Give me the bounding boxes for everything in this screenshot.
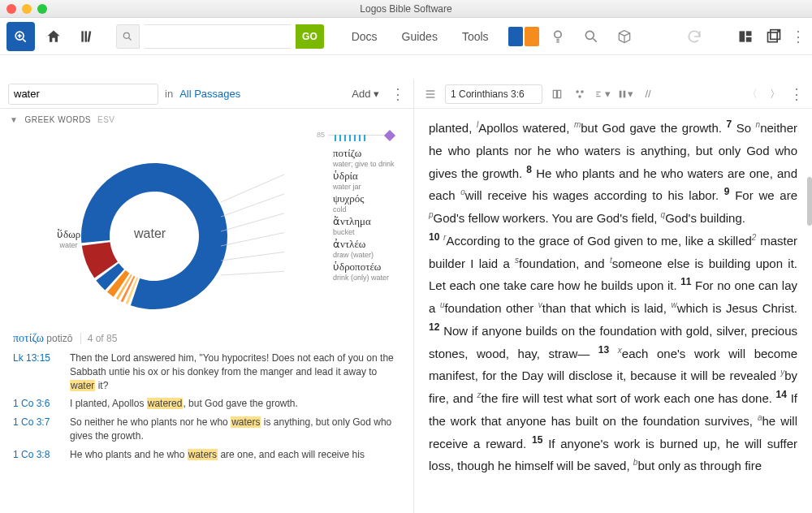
svg-rect-6	[88, 31, 92, 42]
chart-label-antlema[interactable]: ἄντλημα bucket	[333, 215, 371, 236]
tools-link[interactable]: Tools	[452, 30, 499, 43]
scripture-text[interactable]: planted, lApollos watered, mbut God gave…	[414, 109, 812, 513]
resource-toolbar: 1 Corinthians 3:6 ▾ ▾ // 〈 〉 ⋮	[414, 80, 812, 109]
svg-point-39	[576, 90, 579, 93]
verse-text: He who plants and he who waters are one,…	[70, 448, 400, 462]
visual-filter-icon[interactable]	[572, 86, 588, 102]
right-pane: English Standard Version × + 1 Corinthia…	[414, 80, 812, 513]
docs-link[interactable]: Docs	[342, 30, 387, 43]
concordance-row[interactable]: 1 Co 3:7So neither he who plants nor he …	[13, 416, 400, 443]
lightbulb-icon[interactable]	[544, 22, 572, 51]
svg-rect-19	[746, 31, 752, 36]
notification-badge-icon[interactable]	[525, 27, 539, 46]
panels-icon[interactable]	[762, 24, 786, 49]
filter-row: in All Passages Add ▾ ⋮	[0, 80, 413, 109]
resource-menu-icon[interactable]: ⋮	[789, 85, 804, 103]
concordance-row[interactable]: Lk 13:15Then the Lord answered him, "You…	[13, 351, 400, 392]
svg-rect-18	[740, 31, 745, 41]
verse-text: I planted, Apollos watered, but God gave…	[70, 397, 400, 411]
slider-thumb-icon[interactable]	[384, 129, 395, 140]
scrollbar-thumb[interactable]	[807, 177, 812, 226]
verse-ref[interactable]: 1 Co 3:8	[13, 448, 62, 462]
svg-rect-20	[746, 37, 752, 41]
slash-icon[interactable]: //	[640, 86, 656, 102]
word-input[interactable]	[8, 84, 158, 105]
section-title: GREEK WORDS	[24, 115, 91, 124]
main-toolbar: GO Docs Guides Tools ⋮	[0, 18, 812, 55]
svg-rect-21	[768, 32, 778, 42]
left-pane: Bible Word Study | water × + in All Pass…	[0, 80, 414, 513]
cube-icon[interactable]	[611, 22, 639, 51]
store-badge-icon[interactable]	[508, 27, 523, 46]
workspace: Bible Word Study | water × + in All Pass…	[0, 80, 812, 513]
result-count: 4 of 85	[80, 333, 118, 344]
chart-label-hydria[interactable]: ὑδρία water jar	[333, 170, 361, 191]
svg-line-16	[624, 32, 630, 35]
headword-greek[interactable]: ποτίζω	[13, 332, 44, 344]
verse-text: So neither he who plants nor he who wate…	[70, 416, 400, 443]
svg-line-28	[221, 178, 284, 217]
search-toolbar-icon[interactable]	[577, 22, 606, 51]
chart-label-psychros[interactable]: ψυχρός cold	[333, 192, 364, 213]
search-icon[interactable]	[116, 24, 140, 49]
donut-chart[interactable]: 85 water ὕδωρ water πο	[8, 131, 405, 325]
section-header[interactable]: ▼ GREEK WORDS ESV	[0, 109, 413, 131]
chart-center-label: water	[134, 226, 166, 241]
verse-ref[interactable]: 1 Co 3:6	[13, 397, 62, 411]
zoom-window-icon[interactable]	[37, 4, 47, 14]
collapse-caret-icon[interactable]: ▼	[10, 115, 18, 124]
home-icon[interactable]	[40, 22, 68, 51]
svg-point-9	[555, 31, 561, 37]
sync-icon[interactable]	[680, 22, 708, 51]
nav-back-icon[interactable]: 〈	[744, 86, 760, 102]
reference-input[interactable]: 1 Corinthians 3:6	[445, 84, 542, 104]
svg-line-15	[619, 32, 624, 35]
svg-line-32	[221, 269, 284, 275]
window-title: Logos Bible Software	[0, 3, 812, 15]
verse-text: Then the Lord answered him, "You hypocri…	[70, 351, 400, 392]
svg-point-7	[124, 32, 130, 38]
command-search-input[interactable]	[145, 24, 291, 49]
headword-translit: potizō	[46, 333, 72, 344]
parallel-icon[interactable]	[549, 86, 565, 102]
svg-rect-5	[85, 31, 88, 41]
svg-line-1	[24, 39, 26, 41]
chart-label-hydor[interactable]: ὕδωρ water	[57, 228, 80, 249]
svg-rect-38	[558, 90, 561, 97]
frequency-slider[interactable]: 85	[317, 131, 390, 139]
scope-link[interactable]: All Passages	[179, 88, 240, 100]
concordance-row[interactable]: 1 Co 3:6I planted, Apollos watered, but …	[13, 397, 400, 411]
interlinear-icon[interactable]: ▾	[594, 86, 611, 102]
nav-forward-icon[interactable]: 〉	[767, 86, 783, 102]
svg-line-31	[221, 246, 284, 261]
minimize-window-icon[interactable]	[22, 4, 32, 14]
svg-point-41	[578, 95, 581, 98]
in-label: in	[165, 88, 173, 100]
pane-menu-icon[interactable]: ⋮	[391, 85, 405, 103]
chart-label-potizo[interactable]: ποτίζω water; give to drink	[333, 147, 395, 168]
svg-point-12	[585, 31, 594, 39]
verse-ref[interactable]: Lk 13:15	[13, 351, 62, 392]
guides-link[interactable]: Guides	[392, 30, 447, 43]
columns-icon[interactable]: ▾	[617, 86, 633, 102]
concordance-row[interactable]: 1 Co 3:8He who plants and he who waters …	[13, 448, 400, 462]
go-button[interactable]: GO	[296, 24, 324, 49]
concordance-header: ποτίζω potizō 4 of 85	[13, 332, 400, 345]
close-window-icon[interactable]	[6, 4, 16, 14]
add-menu[interactable]: Add ▾	[352, 88, 379, 100]
mac-titlebar: Logos Bible Software	[0, 0, 812, 18]
svg-rect-45	[620, 90, 622, 97]
chart-label-hydropoteo[interactable]: ὑδροποτέω drink (only) water	[333, 261, 389, 282]
layout-icon[interactable]	[734, 24, 758, 49]
more-menu-icon[interactable]: ⋮	[791, 28, 806, 45]
app-logo-icon[interactable]	[6, 22, 35, 51]
chart-label-antleo[interactable]: ἀντλέω draw (water)	[333, 238, 374, 259]
svg-rect-46	[624, 90, 626, 97]
toc-icon[interactable]	[422, 86, 438, 102]
svg-rect-37	[553, 90, 556, 97]
verse-ref[interactable]: 1 Co 3:7	[13, 416, 62, 443]
svg-point-40	[581, 90, 584, 93]
concordance: ποτίζω potizō 4 of 85 Lk 13:15Then the L…	[0, 325, 413, 513]
library-icon[interactable]	[73, 22, 102, 51]
svg-line-13	[594, 38, 597, 41]
